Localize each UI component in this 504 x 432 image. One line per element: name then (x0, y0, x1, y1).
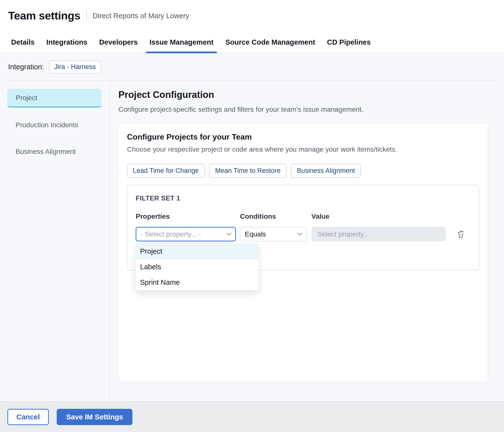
content-panel: Project Configuration Configure project-… (110, 81, 504, 401)
dropdown-option-labels[interactable]: Labels (136, 259, 258, 275)
title-separator (86, 11, 87, 21)
page-title: Team settings (8, 9, 80, 22)
chevron-down-icon (297, 231, 302, 236)
value-column-header: Value (311, 213, 446, 220)
delete-filter-button[interactable] (457, 230, 465, 238)
properties-column-header: Properties (136, 213, 236, 220)
filter-controls-row: - Select property... - Project Labels Sp… (136, 227, 471, 241)
settings-sidebar: Project Production Incidents Business Al… (0, 81, 110, 401)
property-select[interactable]: - Select property... - Project Labels Sp… (136, 227, 236, 241)
filter-set-card: FILTER SET 1 Properties Conditions Value… (127, 185, 479, 270)
tab-source-code-management[interactable]: Source Code Management (225, 32, 315, 53)
filter-column-headers: Properties Conditions Value (136, 213, 471, 220)
value-input[interactable] (311, 227, 446, 241)
tab-developers[interactable]: Developers (99, 32, 138, 53)
integration-row: Integration: Jira - Harness (0, 53, 504, 80)
property-dropdown: Project Labels Sprint Name (136, 243, 259, 290)
dropdown-option-sprint-name[interactable]: Sprint Name (136, 275, 258, 290)
sidebar-item-project[interactable]: Project (7, 89, 101, 108)
dropdown-option-project[interactable]: Project (136, 244, 258, 259)
integration-chip[interactable]: Jira - Harness (49, 60, 101, 73)
condition-select-value: Equals (245, 230, 266, 238)
integration-label: Integration: (8, 63, 44, 71)
card-title: Configure Projects for your Team (127, 132, 479, 142)
page-header: Team settings Direct Reports of Mary Low… (0, 0, 504, 32)
chip-business-alignment[interactable]: Business Alignment (291, 164, 361, 178)
section-title: Project Configuration (118, 90, 488, 100)
chip-lead-time-for-change[interactable]: Lead Time for Change (127, 164, 205, 178)
cancel-button[interactable]: Cancel (7, 409, 49, 425)
tab-details[interactable]: Details (11, 32, 35, 53)
main-area: Project Production Incidents Business Al… (0, 81, 504, 401)
card-description: Choose your respective project or code a… (127, 145, 479, 153)
tab-cd-pipelines[interactable]: CD Pipelines (327, 32, 371, 53)
condition-select[interactable]: Equals (240, 227, 306, 241)
configure-projects-card: Configure Projects for your Team Choose … (118, 123, 488, 382)
sidebar-item-production-incidents[interactable]: Production Incidents (7, 116, 101, 134)
tab-integrations[interactable]: Integrations (46, 32, 87, 53)
section-description: Configure project-specific settings and … (118, 106, 488, 113)
metric-chip-row: Lead Time for Change Mean Time to Restor… (127, 164, 479, 178)
tab-bar: Details Integrations Developers Issue Ma… (0, 32, 504, 53)
conditions-column-header: Conditions (240, 213, 306, 220)
tab-issue-management[interactable]: Issue Management (149, 32, 213, 53)
page-subtitle: Direct Reports of Mary Lowery (93, 12, 189, 20)
filter-set-title: FILTER SET 1 (136, 195, 471, 202)
sidebar-item-business-alignment[interactable]: Business Alignment (7, 142, 101, 161)
save-im-settings-button[interactable]: Save IM Settings (57, 409, 132, 425)
footer-action-bar: Cancel Save IM Settings (0, 401, 504, 432)
chip-mean-time-to-restore[interactable]: Mean Time to Restore (209, 164, 287, 178)
trash-icon (457, 230, 465, 238)
property-select-placeholder: - Select property... - (141, 230, 201, 238)
chevron-down-icon (226, 231, 232, 236)
